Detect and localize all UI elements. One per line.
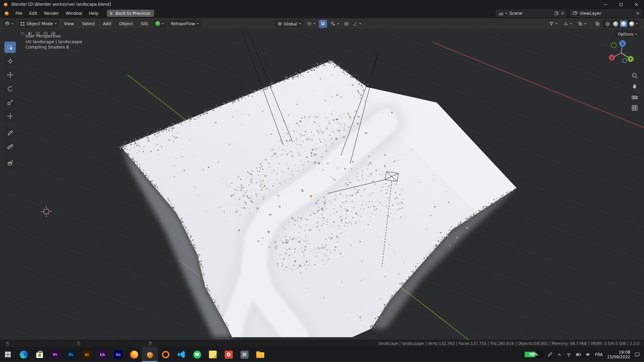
options-dropdown[interactable]: Options [615, 31, 640, 37]
tool-select-box[interactable] [4, 42, 16, 53]
menu-help[interactable]: Help [86, 9, 102, 18]
light-object[interactable] [244, 31, 247, 35]
tray-expand-icon[interactable] [557, 352, 562, 357]
preset-button-1[interactable] [19, 31, 26, 36]
editor-type-selector[interactable] [2, 20, 16, 28]
xray-toggle[interactable] [594, 20, 601, 28]
taskbar-app-red[interactable] [221, 347, 236, 362]
taskbar-app-whatsapp[interactable]: ☎ [189, 347, 205, 362]
snap-toggle[interactable] [319, 20, 327, 28]
edge-icon [20, 351, 28, 359]
menu-gis[interactable]: GIS [138, 18, 151, 29]
show-gizmo-dropdown[interactable] [561, 20, 574, 28]
menu-view[interactable]: View [61, 18, 77, 29]
zoom-icon[interactable] [631, 72, 638, 79]
retopoflow-dropdown[interactable]: RetopoFlow [168, 20, 201, 28]
object-origin[interactable] [310, 195, 312, 197]
gis-addon-button[interactable] [153, 20, 166, 28]
menu-select[interactable]: Select [79, 18, 98, 29]
taskbar-app-illustrator[interactable]: Ai [79, 347, 95, 362]
menu-object[interactable]: Object [116, 18, 136, 29]
taskbar-app-gray[interactable] [236, 347, 252, 362]
taskbar-app-sticky-notes[interactable] [205, 347, 221, 362]
blender-menu-icon[interactable] [3, 11, 10, 16]
move-icon [7, 71, 14, 78]
tool-measure[interactable] [4, 141, 16, 152]
taskbar-app-file-explorer[interactable] [252, 347, 268, 362]
shading-wireframe-button[interactable] [604, 20, 611, 27]
show-overlays-dropdown[interactable] [576, 20, 589, 28]
object-visibility-dropdown[interactable] [547, 20, 560, 28]
speaker-icon[interactable] [586, 352, 591, 357]
back-to-previous-button[interactable]: Back to Previous [107, 10, 154, 17]
illustrator-icon: Ai [83, 350, 91, 359]
pivot-point-dropdown[interactable] [305, 20, 318, 28]
pan-hand-icon[interactable] [631, 83, 638, 90]
battery-tray-icon[interactable] [576, 352, 581, 357]
close-button[interactable] [629, 0, 644, 9]
menu-render[interactable]: Render [41, 9, 62, 18]
camera-view-icon[interactable] [631, 94, 638, 101]
remove-view-layer-icon[interactable] [636, 11, 640, 15]
new-scene-icon[interactable] [554, 11, 559, 15]
navigation-gizmo[interactable]: Z X Y [608, 38, 637, 66]
ortho-grid-icon[interactable] [631, 105, 638, 111]
tool-rotate[interactable] [4, 83, 16, 94]
taskbar-app-vscode[interactable] [173, 347, 189, 362]
editor-3d-viewport-icon [5, 21, 10, 26]
wifi-icon[interactable] [566, 352, 572, 357]
menu-file[interactable]: File [12, 9, 26, 18]
scene-selector[interactable]: Scene [496, 10, 567, 17]
shading-material-button[interactable] [620, 20, 627, 27]
taskbar-app-premiere[interactable]: Pr [47, 347, 63, 362]
light-object[interactable] [376, 52, 380, 56]
gizmo-minus-z-ball[interactable] [623, 59, 627, 63]
tool-add-cube[interactable] [4, 158, 16, 169]
taskbar-app-edge[interactable] [16, 347, 32, 362]
proportional-editing-icon [344, 21, 349, 26]
photoshop-icon: Ps [67, 350, 75, 359]
tool-transform[interactable] [4, 110, 16, 122]
gizmo-minus-y-ball[interactable] [611, 43, 616, 48]
menu-edit[interactable]: Edit [26, 9, 41, 18]
proportional-editing-toggle[interactable] [343, 20, 350, 28]
maximize-button[interactable] [613, 0, 629, 9]
view-layer-selector[interactable]: ViewLayer [570, 10, 642, 17]
notification-center-icon[interactable] [635, 352, 640, 357]
taskbar-app-orange[interactable] [158, 347, 173, 362]
mode-selector[interactable]: Object Mode [18, 20, 59, 28]
title-bar[interactable]: Blender [D:\Blender works\river landscap… [0, 0, 644, 9]
menu-window[interactable]: Window [62, 9, 86, 18]
transform-orientation-dropdown[interactable]: Global [275, 20, 303, 28]
minimize-button[interactable] [598, 0, 613, 9]
vscode-icon [177, 351, 185, 358]
back-arrow-icon [110, 11, 114, 15]
tool-cursor[interactable] [4, 55, 16, 67]
viewport-canvas[interactable] [0, 29, 644, 340]
taskbar-app-after-effects[interactable]: Ae [110, 347, 126, 362]
taskbar-app-character-animator[interactable]: Ch [95, 347, 110, 362]
start-button[interactable] [0, 347, 16, 362]
tool-annotate[interactable] [4, 127, 16, 138]
taskbar-app-photoshop[interactable]: Ps [63, 347, 79, 362]
taskbar-app-store[interactable] [32, 347, 47, 362]
pen-tray-icon[interactable] [547, 352, 552, 357]
taskbar-clock[interactable]: 19:08 15/09/2022 [607, 350, 630, 359]
wireframe-sphere-icon [605, 21, 610, 26]
gizmo-z-label: Z [622, 42, 624, 46]
retopoflow-label: RetopoFlow [171, 21, 195, 26]
viewport-3d[interactable]: User Perspective (4) landscape | landsca… [0, 29, 644, 340]
unlink-scene-icon[interactable] [561, 11, 565, 15]
editor-type-caret-icon [11, 23, 13, 24]
proportional-falloff-dropdown[interactable] [352, 20, 363, 28]
taskbar-app-firefox[interactable] [126, 347, 142, 362]
snap-settings-dropdown[interactable] [328, 20, 341, 28]
shading-solid-button[interactable] [612, 20, 619, 27]
tool-move[interactable] [4, 69, 16, 80]
taskbar-app-blender[interactable] [142, 347, 158, 362]
battery-widget[interactable]: 58% [524, 351, 543, 358]
language-indicator[interactable]: FRA [595, 352, 603, 357]
tool-scale[interactable] [4, 97, 16, 108]
menu-add[interactable]: Add [100, 18, 114, 29]
shading-rendered-button[interactable] [628, 20, 635, 27]
